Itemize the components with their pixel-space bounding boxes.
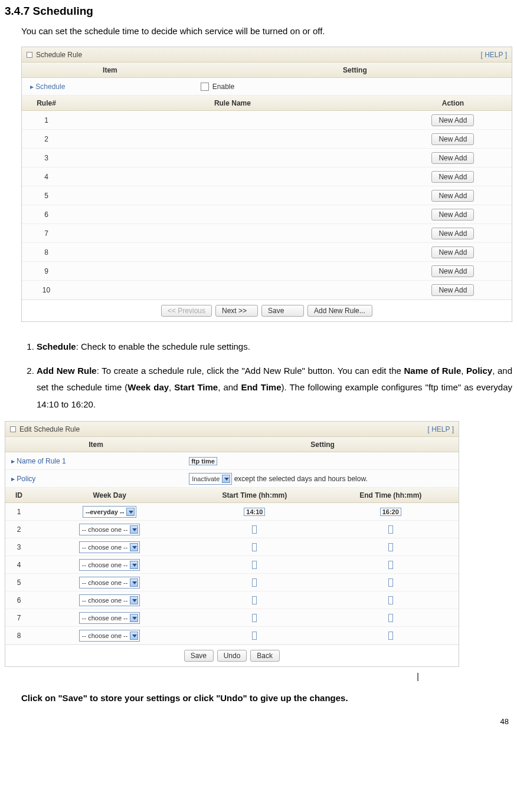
- list-item-2: Add New Rule: To create a schedule rule,…: [37, 363, 512, 413]
- hdr-rulenum: Rule#: [22, 99, 71, 107]
- start-time-input[interactable]: [252, 525, 257, 534]
- end-time-input[interactable]: 16:20: [380, 508, 401, 516]
- policy-select[interactable]: Inactivate: [189, 473, 232, 485]
- time-row: 3-- choose one --: [5, 538, 459, 556]
- end-time-input[interactable]: [388, 632, 393, 640]
- schedule-label: ▸ Schedule: [22, 83, 198, 91]
- p2-back-button[interactable]: Back: [250, 650, 280, 662]
- rule-number: 2: [22, 135, 71, 143]
- p2-undo-button[interactable]: Undo: [217, 650, 247, 662]
- start-time-input[interactable]: [252, 561, 257, 569]
- save-button[interactable]: Save: [261, 305, 304, 317]
- enable-checkbox[interactable]: [201, 83, 209, 91]
- panel-title-bar: Schedule Rule [ HELP ]: [22, 47, 512, 63]
- new-add-button[interactable]: New Add: [431, 190, 474, 202]
- rule-name-input[interactable]: ftp time: [189, 457, 217, 465]
- end-time-input[interactable]: [388, 596, 393, 604]
- weekday-select[interactable]: -- choose one --: [79, 577, 140, 589]
- panel2-help-link[interactable]: [ HELP ]: [428, 425, 454, 433]
- rule-row: 4New Add: [22, 167, 512, 186]
- list-item-1: Schedule: Check to enable the schedule r…: [37, 338, 512, 356]
- new-add-button[interactable]: New Add: [431, 133, 474, 145]
- rule-number: 4: [22, 173, 71, 181]
- rule-table-header: Rule# Rule Name Action: [22, 96, 512, 111]
- new-add-button[interactable]: New Add: [431, 209, 474, 221]
- new-add-button[interactable]: New Add: [431, 246, 474, 258]
- start-time-input[interactable]: [252, 632, 257, 640]
- hdr-item: Item: [22, 66, 198, 74]
- name-of-rule-label: ▸ Name of Rule 1: [5, 457, 186, 465]
- chevron-down-icon: [130, 632, 138, 640]
- prev-button[interactable]: << Previous: [161, 305, 212, 317]
- rule-row: 2New Add: [22, 130, 512, 149]
- start-time-input[interactable]: 14:10: [244, 508, 265, 516]
- weekday-select[interactable]: -- choose one --: [79, 594, 140, 606]
- rule-number: 7: [22, 229, 71, 238]
- panel1-footer: << Previous Next >> Save Add New Rule...: [22, 300, 512, 321]
- weekday-select[interactable]: -- choose one --: [79, 630, 140, 642]
- th-end: End Time (hh:mm): [323, 491, 459, 499]
- rule-number: 6: [22, 211, 71, 219]
- pipe-char: |: [323, 672, 512, 681]
- rule-row: 3New Add: [22, 149, 512, 167]
- rule-number: 9: [22, 267, 71, 275]
- time-row: 4-- choose one --: [5, 556, 459, 574]
- panel2-item-setting-header: Item Setting: [5, 437, 459, 452]
- hdr-action: Action: [394, 99, 512, 107]
- rule-number: 8: [22, 248, 71, 257]
- start-time-input[interactable]: [252, 543, 257, 551]
- enable-label: Enable: [212, 83, 234, 91]
- chevron-down-icon: [130, 525, 138, 534]
- next-button[interactable]: Next >>: [215, 305, 258, 317]
- weekday-select[interactable]: -- choose one --: [79, 612, 140, 624]
- new-add-button[interactable]: New Add: [431, 284, 474, 296]
- rule-row: 6New Add: [22, 205, 512, 224]
- weekday-select[interactable]: -- choose one --: [79, 524, 140, 535]
- hdr-setting: Setting: [198, 66, 512, 74]
- weekday-select[interactable]: --everyday --: [83, 506, 136, 518]
- schedule-rule-panel: Schedule Rule [ HELP ] Item Setting ▸ Sc…: [21, 47, 512, 322]
- end-time-input[interactable]: [388, 543, 393, 551]
- chevron-down-icon: [222, 475, 230, 483]
- start-time-input[interactable]: [252, 596, 257, 604]
- new-add-button[interactable]: New Add: [431, 228, 474, 239]
- chevron-down-icon: [130, 561, 138, 569]
- time-id: 4: [5, 561, 32, 569]
- time-table-header: ID Week Day Start Time (hh:mm) End Time …: [5, 488, 459, 503]
- rule-row: 5New Add: [22, 186, 512, 205]
- end-time-input[interactable]: [388, 578, 393, 587]
- p2-save-button[interactable]: Save: [184, 650, 214, 662]
- new-add-button[interactable]: New Add: [431, 114, 474, 126]
- time-id: 7: [5, 614, 32, 622]
- chevron-down-icon: [130, 614, 138, 622]
- new-add-button[interactable]: New Add: [431, 152, 474, 164]
- start-time-input[interactable]: [252, 578, 257, 587]
- rule-number: 5: [22, 192, 71, 200]
- end-time-input[interactable]: [388, 525, 393, 534]
- panel2-icon: [10, 426, 16, 432]
- end-time-input[interactable]: [388, 561, 393, 569]
- end-time-input[interactable]: [388, 614, 393, 622]
- closing-text: Click on "Save" to store your settings o…: [21, 693, 512, 703]
- rule-row: 10New Add: [22, 281, 512, 300]
- chevron-down-icon: [130, 543, 138, 551]
- start-time-input[interactable]: [252, 614, 257, 622]
- weekday-select[interactable]: -- choose one --: [79, 559, 140, 571]
- weekday-select[interactable]: -- choose one --: [79, 541, 140, 553]
- th-id: ID: [5, 491, 32, 499]
- time-id: 6: [5, 596, 32, 604]
- new-add-button[interactable]: New Add: [431, 265, 474, 277]
- panel2-title-bar: Edit Schedule Rule [ HELP ]: [5, 422, 459, 437]
- policy-suffix: except the selected days and hours below…: [234, 475, 368, 483]
- time-row: 5-- choose one --: [5, 574, 459, 591]
- chevron-down-icon: [130, 578, 138, 587]
- add-new-rule-button[interactable]: Add New Rule...: [307, 305, 372, 317]
- help-link[interactable]: [ HELP ]: [481, 51, 507, 59]
- rule-row: 8New Add: [22, 243, 512, 262]
- rule-row: 1New Add: [22, 111, 512, 130]
- edit-schedule-panel: Edit Schedule Rule [ HELP ] Item Setting…: [5, 421, 459, 667]
- new-add-button[interactable]: New Add: [431, 171, 474, 183]
- time-id: 1: [5, 508, 32, 516]
- schedule-enable-row: ▸ Schedule Enable: [22, 78, 512, 96]
- time-row: 2-- choose one --: [5, 521, 459, 538]
